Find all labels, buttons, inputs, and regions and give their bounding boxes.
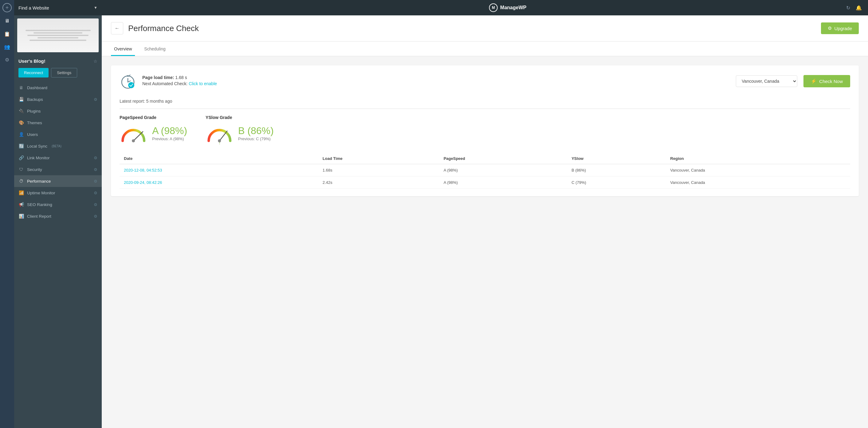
action-buttons: Reconnect Settings (14, 67, 102, 82)
uptime-monitor-label: Uptime Monitor (27, 191, 55, 195)
local-sync-label: Local Sync (27, 144, 47, 149)
pagespeed-grade-previous: Previous: A (98%) (152, 136, 187, 141)
page-load-value: 1.68 s (175, 75, 187, 80)
settings-icon[interactable]: ⚙ (2, 54, 12, 65)
logo: M ManageWP (489, 3, 526, 12)
sidebar-item-local-sync[interactable]: 🔄 Local Sync (BETA) (14, 140, 102, 152)
pagespeed-grade-label: PageSpeed Grade (120, 115, 187, 120)
seo-ranking-label: SEO Ranking (27, 202, 52, 207)
client-report-icon: 📊 (19, 214, 24, 219)
performance-table: Date Load Time PageSpeed YSlow Region 20… (120, 153, 850, 189)
yslow-gauge-svg: ↑ (206, 122, 233, 144)
refresh-icon[interactable]: ↻ (846, 5, 850, 11)
backups-gear-icon[interactable]: ⚙ (94, 97, 97, 102)
nav-menu: 🖥 Dashboard 💾 Backups ⚙ 🔌 Plugins 🎨 Them… (14, 82, 102, 428)
reconnect-button[interactable]: Reconnect (19, 68, 49, 78)
logo-icon: M (489, 3, 498, 12)
tabs-bar: Overview Scheduling (102, 41, 868, 56)
back-button[interactable]: ← (111, 22, 123, 34)
sidebar-item-client-report[interactable]: 📊 Client Report ⚙ (14, 210, 102, 222)
cell-region: Vancouver, Canada (666, 164, 850, 177)
location-select[interactable]: Vancouver, Canada New York, USA London, … (736, 75, 797, 87)
sidebar-arrow-icon: ▼ (94, 5, 97, 10)
date-link[interactable]: 2020-12-08, 04:52:53 (124, 168, 162, 173)
pagespeed-gauge-svg (120, 122, 147, 144)
find-website-label: Find a Website (19, 5, 49, 10)
pagespeed-grade-block: PageSpeed Grade (120, 115, 187, 144)
check-now-label: Check Now (819, 79, 843, 84)
cell-date[interactable]: 2020-09-24, 08:42:26 (120, 177, 318, 189)
link-monitor-gear-icon[interactable]: ⚙ (94, 156, 97, 160)
reports-icon[interactable]: 📋 (2, 28, 12, 39)
click-to-enable-link[interactable]: Click to enable (189, 81, 217, 86)
sidebar-item-plugins[interactable]: 🔌 Plugins (14, 105, 102, 117)
sidebar-item-users[interactable]: 👤 Users (14, 128, 102, 140)
uptime-monitor-icon: 📶 (19, 190, 24, 195)
status-info: Page load time: 1.68 s Next Automated Ch… (142, 75, 730, 87)
backups-label: Backups (27, 97, 43, 102)
security-gear-icon[interactable]: ⚙ (94, 167, 97, 172)
svg-line-4 (129, 75, 130, 76)
stopwatch-icon (120, 73, 136, 89)
sidebar-item-themes[interactable]: 🎨 Themes (14, 117, 102, 128)
date-link[interactable]: 2020-09-24, 08:42:26 (124, 180, 162, 185)
top-bar-icons: ↻ 🔔 (846, 5, 862, 11)
sidebar-item-uptime-monitor[interactable]: 📶 Uptime Monitor ⚙ (14, 187, 102, 198)
sidebar-item-seo-ranking[interactable]: 📢 SEO Ranking ⚙ (14, 198, 102, 210)
uptime-monitor-gear-icon[interactable]: ⚙ (94, 191, 97, 195)
content-area: ← Performance Check ⚙ Upgrade Overview S… (102, 16, 868, 428)
svg-line-6 (133, 131, 143, 141)
favorite-icon[interactable]: ☆ (93, 59, 97, 64)
svg-point-5 (128, 82, 134, 88)
svg-line-8 (219, 131, 227, 141)
settings-button[interactable]: Settings (51, 68, 77, 78)
performance-label: Performance (27, 179, 51, 184)
plugins-label: Plugins (27, 109, 40, 114)
cell-load-time: 2.42s (318, 177, 439, 189)
monitor-icon[interactable]: 🖥 (2, 16, 12, 26)
sidebar-item-security[interactable]: 🛡 Security ⚙ (14, 163, 102, 175)
col-yslow: YSlow (567, 153, 666, 164)
next-check-info: Next Automated Check: Click to enable (142, 81, 730, 86)
tab-scheduling[interactable]: Scheduling (141, 41, 168, 56)
backups-icon: 💾 (19, 97, 24, 102)
bell-icon[interactable]: 🔔 (856, 5, 862, 11)
upgrade-gear-icon: ⚙ (828, 26, 832, 31)
table-row: 2020-12-08, 04:52:53 1.68s A (98%) B (86… (120, 164, 850, 177)
tools-icon[interactable]: 👥 (2, 41, 12, 52)
cell-pagespeed: A (98%) (439, 177, 567, 189)
check-now-button[interactable]: ⚡ Check Now (803, 75, 850, 87)
pagespeed-gauge (120, 122, 147, 144)
sidebar-item-backups[interactable]: 💾 Backups ⚙ (14, 93, 102, 105)
client-report-label: Client Report (27, 214, 51, 219)
sidebar-item-performance[interactable]: ⏱ Performance ⚙ (14, 175, 102, 187)
latest-report: Latest report: 5 months ago (120, 96, 850, 109)
performance-card: Page load time: 1.68 s Next Automated Ch… (111, 65, 859, 196)
page-header-left: ← Performance Check (111, 22, 199, 34)
check-now-icon: ⚡ (811, 79, 817, 84)
col-region: Region (666, 153, 850, 164)
users-label: Users (27, 132, 38, 137)
svg-rect-3 (127, 75, 129, 77)
yslow-grade-value-wrap: B (86%) Previous: C (79%) (238, 125, 274, 141)
sidebar-item-dashboard[interactable]: 🖥 Dashboard (14, 82, 102, 93)
sidebar: Find a Website ▼ User's Blog! ☆ Reconnec… (14, 0, 102, 428)
page-load-label: Page load time: (142, 75, 174, 80)
cell-region: Vancouver, Canada (666, 177, 850, 189)
cell-load-time: 1.68s (318, 164, 439, 177)
cell-date[interactable]: 2020-12-08, 04:52:53 (120, 164, 318, 177)
performance-icon: ⏱ (19, 179, 24, 184)
client-report-gear-icon[interactable]: ⚙ (94, 214, 97, 219)
upgrade-button[interactable]: ⚙ Upgrade (821, 23, 859, 34)
logo-text: ManageWP (500, 5, 526, 10)
tab-overview[interactable]: Overview (111, 41, 135, 56)
plugins-icon: 🔌 (19, 109, 24, 114)
yslow-grade-value: B (86%) (238, 125, 274, 136)
sidebar-header[interactable]: Find a Website ▼ (14, 0, 102, 16)
seo-ranking-gear-icon[interactable]: ⚙ (94, 202, 97, 207)
grades-row: PageSpeed Grade (120, 115, 850, 144)
sidebar-item-link-monitor[interactable]: 🔗 Link Monitor ⚙ (14, 152, 102, 163)
users-icon: 👤 (19, 132, 24, 137)
add-site-icon[interactable]: + (2, 3, 12, 12)
performance-gear-icon[interactable]: ⚙ (94, 179, 97, 184)
